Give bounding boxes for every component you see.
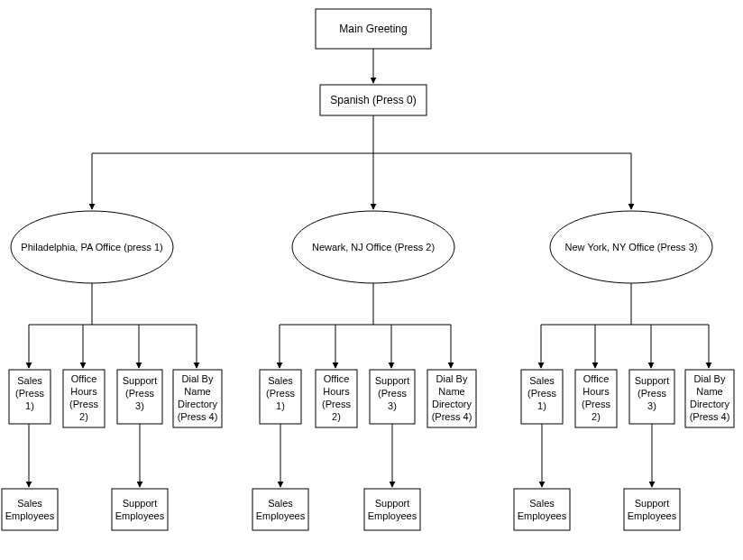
svg-text:Support: Support	[123, 375, 158, 386]
svg-text:Support: Support	[635, 498, 670, 509]
svg-text:Employees: Employees	[5, 510, 55, 521]
svg-text:Employees: Employees	[368, 510, 417, 521]
svg-text:(Press: (Press	[69, 399, 98, 409]
svg-text:2): 2)	[79, 411, 88, 422]
svg-text:Employees: Employees	[256, 510, 306, 521]
svg-text:Name: Name	[438, 386, 464, 397]
svg-text:Name: Name	[696, 386, 722, 397]
svg-text:Employees: Employees	[628, 510, 677, 521]
svg-text:2): 2)	[592, 411, 601, 422]
svg-text:Office: Office	[324, 373, 350, 384]
svg-text:(Press: (Press	[125, 388, 154, 399]
svg-text:Sales: Sales	[268, 498, 293, 509]
svg-text:(Press 4): (Press 4)	[432, 411, 472, 422]
node-support-employees	[112, 489, 168, 530]
svg-text:3): 3)	[135, 400, 144, 411]
svg-text:3): 3)	[388, 400, 397, 411]
svg-text:Support: Support	[375, 375, 410, 386]
svg-text:Employees: Employees	[518, 510, 567, 521]
svg-text:1): 1)	[276, 400, 285, 411]
svg-text:(Press: (Press	[266, 388, 295, 399]
spanish-label: Spanish (Press 0)	[330, 94, 416, 106]
svg-text:Office: Office	[583, 373, 610, 384]
svg-text:Dial By: Dial By	[694, 373, 726, 384]
diagram: Main Greeting Spanish (Press 0) Philadel…	[0, 0, 743, 560]
svg-text:(Press: (Press	[15, 388, 44, 399]
node-sales-employees	[252, 489, 308, 530]
node-sales-employees	[514, 489, 570, 530]
svg-text:Hours: Hours	[582, 386, 610, 397]
svg-text:3): 3)	[647, 400, 656, 411]
svg-text:1): 1)	[25, 400, 34, 411]
office-label-0: Philadelphia, PA Office (press 1)	[21, 242, 162, 252]
node-support-employees	[624, 489, 680, 530]
svg-text:Dial By: Dial By	[182, 373, 214, 384]
main-greeting-label: Main Greeting	[339, 23, 407, 35]
svg-text:Support: Support	[123, 498, 158, 509]
svg-text:Directory: Directory	[690, 399, 730, 409]
svg-text:Directory: Directory	[178, 399, 218, 409]
svg-text:(Press 4): (Press 4)	[178, 411, 218, 422]
node-support-employees	[364, 489, 420, 530]
svg-text:(Press: (Press	[378, 388, 407, 399]
svg-text:Sales: Sales	[17, 375, 42, 386]
svg-text:Dial By: Dial By	[436, 373, 468, 384]
svg-text:Hours: Hours	[323, 386, 350, 397]
office-label-1: Newark, NJ Office (Press 2)	[312, 242, 435, 252]
svg-text:(Press: (Press	[322, 399, 351, 409]
svg-text:Directory: Directory	[432, 399, 472, 409]
svg-text:Office: Office	[71, 373, 97, 384]
svg-text:Sales: Sales	[17, 498, 42, 509]
svg-text:Hours: Hours	[70, 386, 97, 397]
svg-text:(Press: (Press	[527, 388, 556, 399]
svg-text:(Press: (Press	[638, 388, 666, 399]
svg-text:2): 2)	[332, 411, 341, 422]
svg-text:Support: Support	[635, 375, 670, 386]
svg-text:Support: Support	[375, 498, 410, 509]
svg-text:(Press 4): (Press 4)	[690, 411, 730, 422]
office-label-2: New York, NY Office (Press 3)	[565, 242, 698, 252]
svg-text:Name: Name	[184, 386, 210, 397]
svg-text:(Press: (Press	[582, 399, 610, 409]
svg-text:Sales: Sales	[529, 498, 555, 509]
svg-text:Sales: Sales	[529, 375, 555, 386]
svg-text:Sales: Sales	[268, 375, 293, 386]
node-sales-employees	[2, 489, 58, 530]
svg-text:1): 1)	[537, 400, 546, 411]
svg-text:Employees: Employees	[115, 510, 165, 521]
